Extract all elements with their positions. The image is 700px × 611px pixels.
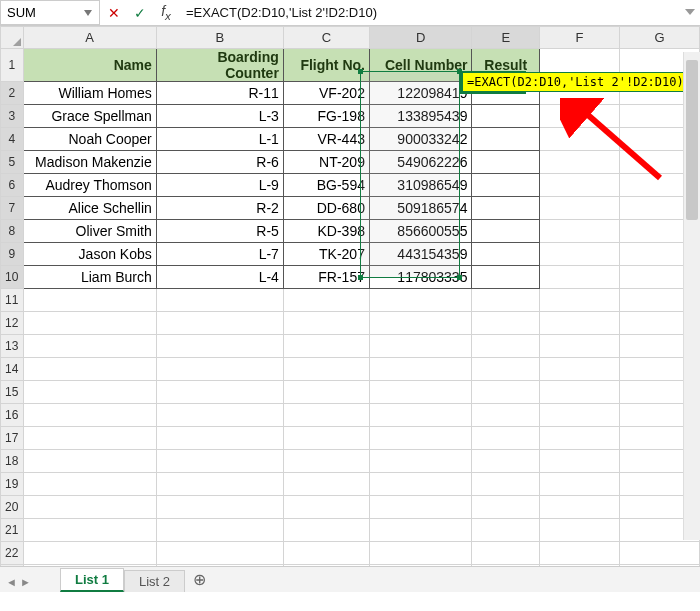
cell-E20[interactable] (472, 496, 540, 519)
cell-F8[interactable] (540, 220, 620, 243)
cell-D21[interactable] (369, 519, 471, 542)
cell-E11[interactable] (472, 289, 540, 312)
cell-D7[interactable]: 509186574 (369, 197, 471, 220)
row-header-8[interactable]: 8 (1, 220, 24, 243)
row-header-9[interactable]: 9 (1, 243, 24, 266)
row-header-11[interactable]: 11 (1, 289, 24, 312)
cell-B8[interactable]: R-5 (156, 220, 283, 243)
cell-A7[interactable]: Alice Schellin (23, 197, 156, 220)
cell-C3[interactable]: FG-198 (283, 105, 369, 128)
cell-C6[interactable]: BG-594 (283, 174, 369, 197)
cell-B3[interactable]: L-3 (156, 105, 283, 128)
cell-D18[interactable] (369, 450, 471, 473)
cell-A16[interactable] (23, 404, 156, 427)
cell-D16[interactable] (369, 404, 471, 427)
cell-E7[interactable] (472, 197, 540, 220)
worksheet-grid[interactable]: A B C D E F G 1 Name Boarding Counter Fl… (0, 26, 700, 566)
cell-C5[interactable]: NT-209 (283, 151, 369, 174)
cell-D19[interactable] (369, 473, 471, 496)
col-header-E[interactable]: E (472, 27, 540, 49)
cell-A19[interactable] (23, 473, 156, 496)
row-header-10[interactable]: 10 (1, 266, 24, 289)
formula-bar-expand-icon[interactable] (680, 0, 700, 25)
select-all-corner[interactable] (1, 27, 24, 49)
cell-D2[interactable]: 122098419 (369, 82, 471, 105)
cell-edit-overlay[interactable]: =EXACT(D2:D10,'List 2'!D2:D10) (462, 72, 689, 92)
cell-A1[interactable]: Name (23, 49, 156, 82)
cell-D5[interactable]: 549062226 (369, 151, 471, 174)
cell-E16[interactable] (472, 404, 540, 427)
cell-E22[interactable] (472, 542, 540, 565)
cell-B15[interactable] (156, 381, 283, 404)
col-header-G[interactable]: G (620, 27, 700, 49)
cell-C15[interactable] (283, 381, 369, 404)
cell-B17[interactable] (156, 427, 283, 450)
cell-D22[interactable] (369, 542, 471, 565)
cell-D4[interactable]: 900033242 (369, 128, 471, 151)
cell-B1[interactable]: Boarding Counter (156, 49, 283, 82)
cell-A6[interactable]: Audrey Thomson (23, 174, 156, 197)
cell-C4[interactable]: VR-443 (283, 128, 369, 151)
cell-G22[interactable] (620, 542, 700, 565)
cell-C17[interactable] (283, 427, 369, 450)
cell-F15[interactable] (540, 381, 620, 404)
cell-F22[interactable] (540, 542, 620, 565)
cell-F14[interactable] (540, 358, 620, 381)
cell-E19[interactable] (472, 473, 540, 496)
cell-C14[interactable] (283, 358, 369, 381)
cell-A4[interactable]: Noah Cooper (23, 128, 156, 151)
add-sheet-icon[interactable]: ⊕ (185, 567, 214, 592)
cell-A18[interactable] (23, 450, 156, 473)
cell-A5[interactable]: Madison Makenzie (23, 151, 156, 174)
fx-icon[interactable]: fx (158, 3, 174, 22)
cell-C10[interactable]: FR-157 (283, 266, 369, 289)
cell-C1[interactable]: Flight No. (283, 49, 369, 82)
cell-E6[interactable] (472, 174, 540, 197)
col-header-C[interactable]: C (283, 27, 369, 49)
cell-B6[interactable]: L-9 (156, 174, 283, 197)
row-header-22[interactable]: 22 (1, 542, 24, 565)
row-header-18[interactable]: 18 (1, 450, 24, 473)
cell-D1[interactable]: Cell Number (369, 49, 471, 82)
cell-A10[interactable]: Liam Burch (23, 266, 156, 289)
cell-B5[interactable]: R-6 (156, 151, 283, 174)
row-header-21[interactable]: 21 (1, 519, 24, 542)
cell-E4[interactable] (472, 128, 540, 151)
cell-B16[interactable] (156, 404, 283, 427)
cell-F18[interactable] (540, 450, 620, 473)
cell-E9[interactable] (472, 243, 540, 266)
cell-B10[interactable]: L-4 (156, 266, 283, 289)
cell-E3[interactable] (472, 105, 540, 128)
col-header-F[interactable]: F (540, 27, 620, 49)
cell-C12[interactable] (283, 312, 369, 335)
cell-E5[interactable] (472, 151, 540, 174)
cell-C21[interactable] (283, 519, 369, 542)
cell-B2[interactable]: R-11 (156, 82, 283, 105)
row-header-1[interactable]: 1 (1, 49, 24, 82)
cell-F20[interactable] (540, 496, 620, 519)
cell-E21[interactable] (472, 519, 540, 542)
row-header-7[interactable]: 7 (1, 197, 24, 220)
cell-C16[interactable] (283, 404, 369, 427)
cell-D3[interactable]: 133895439 (369, 105, 471, 128)
cell-A9[interactable]: Jason Kobs (23, 243, 156, 266)
cell-E14[interactable] (472, 358, 540, 381)
cell-F13[interactable] (540, 335, 620, 358)
cell-A21[interactable] (23, 519, 156, 542)
cell-B22[interactable] (156, 542, 283, 565)
cell-D15[interactable] (369, 381, 471, 404)
cell-E18[interactable] (472, 450, 540, 473)
cell-E10[interactable] (472, 266, 540, 289)
cell-F11[interactable] (540, 289, 620, 312)
row-header-12[interactable]: 12 (1, 312, 24, 335)
cell-E12[interactable] (472, 312, 540, 335)
tab-nav-icons[interactable]: ◄ ► (6, 576, 31, 588)
cell-C2[interactable]: VF-202 (283, 82, 369, 105)
row-header-20[interactable]: 20 (1, 496, 24, 519)
cell-A11[interactable] (23, 289, 156, 312)
cell-D13[interactable] (369, 335, 471, 358)
row-header-2[interactable]: 2 (1, 82, 24, 105)
col-header-A[interactable]: A (23, 27, 156, 49)
cell-D9[interactable]: 443154359 (369, 243, 471, 266)
cell-D10[interactable]: 117803335 (369, 266, 471, 289)
